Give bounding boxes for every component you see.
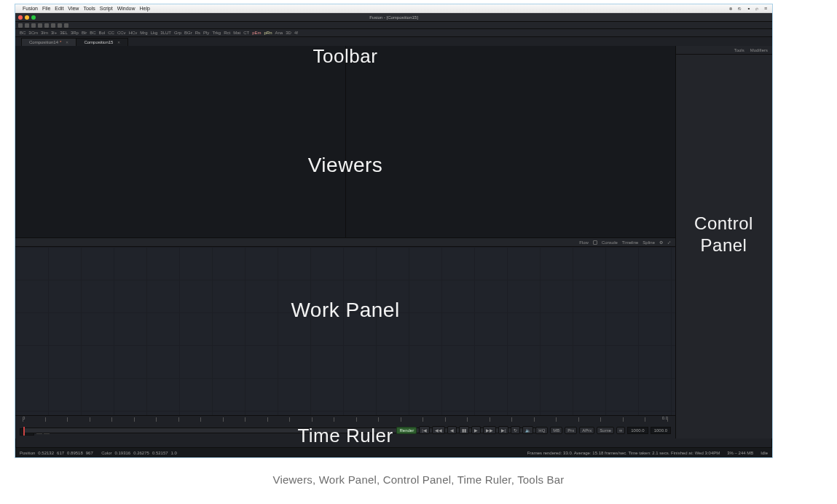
menu-file[interactable]: File xyxy=(42,6,50,11)
wifi-icon[interactable]: ⚬ xyxy=(747,6,752,11)
menu-tools[interactable]: Tools xyxy=(83,6,95,11)
redo-icon[interactable] xyxy=(44,23,49,28)
comp-tab-label: Composition15 xyxy=(84,40,113,44)
open-icon[interactable] xyxy=(25,23,29,28)
work-tab-console[interactable]: Console xyxy=(602,240,618,245)
stop-button[interactable]: ▮▮ xyxy=(459,426,469,434)
step-back-button[interactable]: ◀◀ xyxy=(432,426,445,434)
tool-item[interactable]: 3Cm xyxy=(28,31,38,35)
control-panel-body[interactable] xyxy=(676,55,772,438)
cut-icon[interactable] xyxy=(51,23,55,28)
menu-edit[interactable]: Edit xyxy=(55,6,63,11)
undo-icon[interactable] xyxy=(38,23,42,28)
status-pos-h: 967 xyxy=(86,451,93,455)
comp-tab[interactable]: Composition14*✕ xyxy=(21,38,76,46)
aprx-toggle[interactable]: APrx xyxy=(579,427,594,434)
menu-fusion[interactable]: Fusion xyxy=(23,6,38,11)
control-tab-modifiers[interactable]: Modifiers xyxy=(750,48,768,52)
tool-item[interactable]: Rct xyxy=(224,31,230,35)
playhead[interactable] xyxy=(23,427,25,436)
tool-item[interactable]: 3D xyxy=(286,31,291,35)
work-panel[interactable] xyxy=(15,247,675,415)
tool-item[interactable]: BC xyxy=(20,31,25,35)
figure-caption: Viewers, Work Panel, Control Panel, Time… xyxy=(0,473,837,486)
mb-toggle[interactable]: MB xyxy=(550,427,562,434)
hq-toggle[interactable]: HQ xyxy=(535,427,548,434)
viewer-right[interactable] xyxy=(345,46,676,237)
tool-item[interactable]: 3LUT xyxy=(160,31,171,35)
tool-item[interactable]: Mrg xyxy=(140,31,147,35)
status-pos-x: 0.52132 xyxy=(38,451,54,455)
render-button[interactable]: Render xyxy=(396,427,417,434)
go-end-button[interactable]: ▶| xyxy=(498,426,509,434)
tool-item[interactable]: 3EL xyxy=(60,31,68,35)
status-bar: Position 0.52132 617 0.89518 967 Color 0… xyxy=(15,447,772,457)
time-ruler: 0 0.0 0.0 Rend xyxy=(15,415,675,438)
tool-item[interactable]: pEm xyxy=(252,31,261,35)
close-tab-icon[interactable]: ✕ xyxy=(117,40,120,44)
work-panel-tabs: Flow Console Timeline Spline ⚙ ⤢ xyxy=(15,238,675,247)
tool-item[interactable]: BC xyxy=(90,31,95,35)
tool-item[interactable]: Rs xyxy=(195,31,200,35)
status-pos-y: 0.89518 xyxy=(67,451,83,455)
tool-item[interactable]: Lkg xyxy=(151,31,158,35)
inf-toggle[interactable]: ∞ xyxy=(616,427,625,434)
tool-item[interactable]: Trkg xyxy=(212,31,221,35)
tool-item[interactable]: CT xyxy=(243,31,249,35)
new-icon[interactable] xyxy=(18,23,23,28)
paste-icon[interactable] xyxy=(64,23,68,28)
speaker-icon[interactable]: 🔈 xyxy=(522,426,533,434)
play-rev-button[interactable]: ◀ xyxy=(447,426,457,434)
tool-item[interactable]: Grp xyxy=(174,31,181,35)
play-fwd-button[interactable]: ▶ xyxy=(471,426,481,434)
status-pos-label: Position xyxy=(20,451,35,455)
tool-item[interactable]: Ply xyxy=(203,31,209,35)
tool-item[interactable]: BGr xyxy=(184,31,192,35)
lock-icon[interactable] xyxy=(593,240,597,245)
close-button[interactable] xyxy=(18,15,23,20)
work-tab-flow[interactable]: Flow xyxy=(579,240,589,245)
loop-button[interactable]: ↻ xyxy=(511,426,520,434)
some-toggle[interactable]: Some xyxy=(597,427,614,434)
tool-item[interactable]: 3Im xyxy=(41,31,48,35)
step-fwd-button[interactable]: ▶▶ xyxy=(483,426,496,434)
work-tab-spline[interactable]: Spline xyxy=(643,240,655,245)
menu-window[interactable]: Window xyxy=(117,6,135,11)
prx-toggle[interactable]: Prx xyxy=(565,427,577,434)
menu-icon[interactable]: ≡ xyxy=(764,6,769,11)
tool-item[interactable]: CCv xyxy=(117,31,126,35)
work-tab-timeline[interactable]: Timeline xyxy=(622,240,638,245)
control-panel: Tools Modifiers xyxy=(675,46,772,438)
tool-item[interactable]: 3l+ xyxy=(51,31,57,35)
time-out-field[interactable]: 1000.0 xyxy=(627,427,648,434)
menubar-status-icon[interactable]: ⎈ xyxy=(729,6,734,11)
gear-icon[interactable]: ⚙ xyxy=(659,240,663,245)
zoom-button[interactable] xyxy=(31,15,36,20)
menu-view[interactable]: View xyxy=(68,6,79,11)
time-total-field[interactable]: 1000.0 xyxy=(651,427,671,434)
minimize-button[interactable] xyxy=(25,15,29,20)
menu-script[interactable]: Script xyxy=(100,6,113,11)
menubar-status-icon[interactable]: ⎋ xyxy=(738,6,743,11)
tool-item[interactable]: pRn xyxy=(264,31,272,35)
search-icon[interactable]: ⌕ xyxy=(755,6,761,11)
save-icon[interactable] xyxy=(31,23,36,28)
tool-item[interactable]: Bol xyxy=(99,31,106,35)
comp-tab[interactable]: Composition15✕ xyxy=(76,38,128,46)
tool-item[interactable]: Ana xyxy=(275,31,283,35)
tool-item[interactable]: CC xyxy=(108,31,114,35)
control-tab-tools[interactable]: Tools xyxy=(734,48,744,52)
tool-item[interactable]: 4f xyxy=(294,31,298,35)
control-panel-tabs: Tools Modifiers xyxy=(676,46,772,55)
tool-item[interactable]: Mat xyxy=(233,31,240,35)
expand-icon[interactable]: ⤢ xyxy=(667,240,671,245)
menu-help[interactable]: Help xyxy=(140,6,150,11)
viewer-left[interactable] xyxy=(15,46,345,237)
copy-icon[interactable] xyxy=(58,23,62,28)
tool-item[interactable]: Blr xyxy=(82,31,87,35)
tool-item[interactable]: 3Rp xyxy=(71,31,79,35)
tool-item[interactable]: HCv xyxy=(129,31,138,35)
close-tab-icon[interactable]: ✕ xyxy=(66,40,68,44)
go-start-button[interactable]: |◀ xyxy=(419,426,430,434)
status-color-r: 0.19316 xyxy=(114,451,130,455)
